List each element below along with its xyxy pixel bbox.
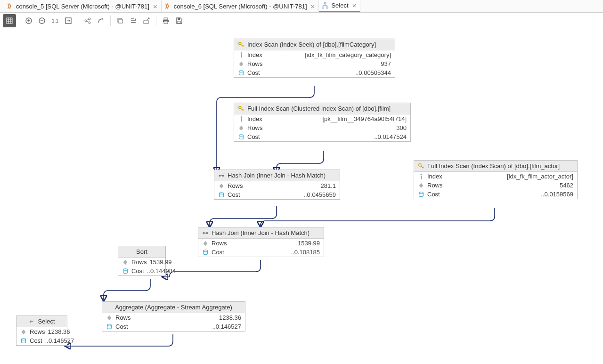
actual-size-icon[interactable]: 1:1 (49, 14, 62, 27)
plan-node-select[interactable]: Select Rows1238.36 Cost..0.146527 (16, 315, 67, 346)
info-icon (418, 173, 424, 180)
cost-icon (418, 191, 424, 198)
svg-rect-32 (421, 176, 422, 179)
tab-select[interactable]: Select × (319, 0, 360, 12)
close-icon[interactable]: × (310, 3, 316, 10)
label: Cost (115, 323, 128, 330)
separator (110, 16, 111, 26)
plan-node-hash-join-2[interactable]: Hash Join (Inner Join - Hash Match) Rows… (198, 227, 324, 257)
share-icon[interactable] (81, 14, 94, 27)
key-icon (238, 105, 244, 112)
diamond-icon (122, 259, 129, 266)
cost-value: ..0.0455659 (243, 191, 336, 198)
diamond-icon (202, 240, 209, 247)
tab-label: Select (331, 2, 348, 9)
rows-value: 1238.36 (48, 328, 70, 335)
svg-rect-1 (322, 7, 324, 8)
cost-icon (218, 192, 225, 198)
label: Index (247, 51, 262, 58)
plan-node-hash-join-1[interactable]: Hash Join (Inner Join - Hash Match) Rows… (214, 170, 340, 200)
plan-node-index-scan-filmcategory[interactable]: Index Scan (Index Seek) of [dbo].[filmCa… (234, 39, 395, 78)
cost-icon (238, 70, 244, 76)
save-icon[interactable] (172, 14, 186, 27)
cost-value: ..0.144984 (147, 267, 176, 275)
node-title: Hash Join (Inner Join - Hash Match) (212, 229, 310, 236)
diamond-icon (238, 125, 244, 131)
tab-bar: console_5 [SQL Server (Microsoft) - @UNI… (0, 0, 603, 13)
diamond-icon (238, 61, 244, 67)
svg-rect-12 (119, 19, 122, 23)
label: Rows (228, 182, 243, 189)
plan-node-full-index-scan-filmactor[interactable]: Full Index Scan (Index Scan) of [dbo].[f… (414, 160, 578, 199)
tab-console-5[interactable]: console_5 [SQL Server (Microsoft) - @UNI… (4, 0, 162, 12)
tab-console-6[interactable]: console_6 [SQL Server (Microsoft) - @UNI… (162, 0, 319, 12)
label: Rows (212, 240, 227, 247)
diamond-icon (218, 183, 225, 189)
copy-icon[interactable] (114, 14, 127, 27)
db-console-icon (7, 3, 13, 9)
export-icon[interactable] (140, 14, 153, 27)
node-title: Index Scan (Index Seek) of [dbo].[filmCa… (247, 41, 376, 48)
separator (156, 16, 156, 26)
arrow-left-icon (28, 318, 35, 325)
grid-icon[interactable] (3, 14, 16, 27)
key-icon (238, 41, 244, 48)
cost-value: ..0.00505344 (263, 69, 391, 76)
tab-label: console_6 [SQL Server (Microsoft) - @UNI… (174, 3, 307, 10)
label: Cost (247, 133, 260, 140)
index-name: [pk__film__349764a90f54f714] (265, 115, 407, 122)
svg-rect-0 (325, 2, 326, 4)
close-icon[interactable]: × (351, 2, 358, 9)
route-icon[interactable] (94, 14, 107, 27)
svg-point-10 (89, 22, 90, 24)
label: Cost (427, 191, 440, 198)
plan-node-aggregate[interactable]: Aggregate (Aggregate - Stream Aggregate)… (102, 301, 245, 332)
label: Rows (427, 182, 443, 189)
cost-value: ..0.108185 (227, 249, 320, 256)
rows-value: 281.1 (246, 182, 336, 189)
separator (78, 16, 78, 26)
svg-rect-17 (178, 21, 180, 23)
svg-point-37 (123, 268, 128, 270)
rows-value: 300 (266, 124, 407, 131)
rows-value: 1238.36 (134, 314, 241, 321)
node-title: Hash Join (Inner Join - Hash Match) (228, 172, 326, 179)
rows-value: 1539.99 (230, 240, 320, 247)
svg-rect-27 (219, 175, 221, 177)
zoom-in-icon[interactable] (22, 14, 35, 27)
node-title: Aggregate (Aggregate - Stream Aggregate) (115, 304, 232, 311)
execution-plan-canvas[interactable]: Index Scan (Index Seek) of [dbo].[filmCa… (0, 29, 603, 364)
toolbar: 1:1 (0, 13, 603, 29)
label: Cost (131, 267, 144, 275)
list-icon[interactable] (127, 14, 140, 27)
join-icon (218, 172, 225, 179)
label: Rows (247, 60, 263, 67)
svg-rect-2 (326, 7, 328, 8)
zoom-out-icon[interactable] (35, 14, 49, 27)
svg-point-31 (421, 174, 422, 175)
node-title: Select (38, 318, 55, 325)
svg-rect-3 (7, 18, 12, 24)
diamond-icon (418, 182, 424, 189)
cost-value: ..0.146527 (131, 323, 241, 330)
info-icon (238, 116, 244, 122)
label: Cost (228, 191, 240, 198)
rows-value: 937 (266, 60, 391, 67)
svg-point-24 (241, 116, 242, 118)
diamond-icon (20, 329, 27, 335)
plan-node-full-index-scan-film[interactable]: Full Index Scan (Clustered Index Scan) o… (234, 103, 411, 142)
node-title: Full Index Scan (Index Scan) of [dbo].[f… (427, 162, 560, 170)
svg-text:1:1: 1:1 (52, 18, 58, 24)
join-icon (202, 230, 209, 236)
fit-content-icon[interactable] (62, 14, 75, 27)
rows-value: 5462 (446, 182, 573, 189)
svg-rect-16 (164, 21, 168, 24)
print-icon[interactable] (159, 14, 172, 27)
plan-node-sort[interactable]: Sort Rows1539.99 Cost..0.144984 (118, 246, 166, 276)
label: Index (247, 115, 262, 122)
close-icon[interactable]: × (152, 3, 158, 10)
key-icon (418, 163, 424, 170)
svg-rect-13 (144, 21, 148, 24)
label: Rows (247, 124, 263, 131)
svg-point-22 (239, 70, 244, 72)
